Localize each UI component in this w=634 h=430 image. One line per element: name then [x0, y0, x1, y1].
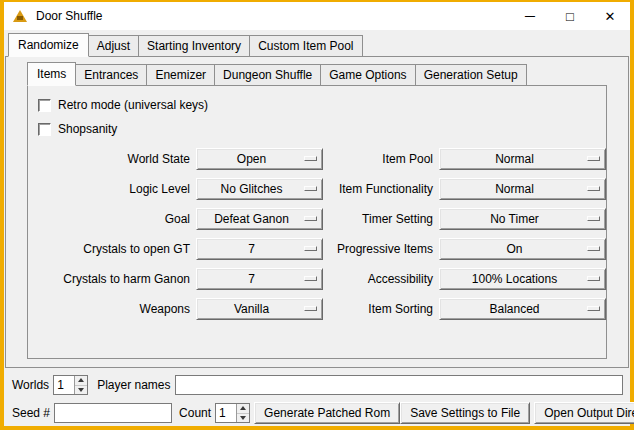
dropdown-indicator-icon	[304, 156, 317, 161]
timer-setting-dropdown[interactable]: No Timer	[439, 208, 606, 230]
dropdown-value: Normal	[495, 182, 550, 196]
goal-dropdown[interactable]: Defeat Ganon	[196, 208, 323, 230]
dropdown-value: Balanced	[489, 302, 555, 316]
accessibility-dropdown[interactable]: 100% Locations	[439, 268, 606, 290]
player-names-input[interactable]	[175, 375, 624, 395]
tab-randomize[interactable]: Randomize	[8, 33, 89, 57]
worlds-spinner[interactable]: 1	[53, 375, 88, 395]
maximize-button[interactable]: □	[550, 2, 590, 30]
dropdown-indicator-icon	[304, 276, 317, 281]
count-spinner-arrows	[236, 404, 249, 422]
dropdown-value: Defeat Ganon	[214, 212, 305, 226]
logic-level-dropdown[interactable]: No Glitches	[196, 178, 323, 200]
app-icon	[12, 8, 28, 24]
crystals-open-gt-label: Crystals to open GT	[40, 242, 190, 256]
options-grid: World State Open Item Pool Normal Logic …	[40, 148, 600, 320]
tab-enemizer[interactable]: Enemizer	[146, 64, 215, 85]
dropdown-value: No Timer	[490, 212, 555, 226]
save-settings-button[interactable]: Save Settings to File	[400, 402, 530, 424]
bottom-bar: Worlds 1 Player names Seed # Count 1	[4, 368, 630, 426]
crystals-harm-ganon-label: Crystals to harm Ganon	[40, 272, 190, 286]
tab-generation-setup[interactable]: Generation Setup	[415, 64, 527, 85]
crystals-open-gt-dropdown[interactable]: 7	[196, 238, 323, 260]
close-button[interactable]: ✕	[590, 2, 630, 30]
titlebar: Door Shuffle ─ □ ✕	[4, 2, 630, 30]
dropdown-indicator-icon	[304, 216, 317, 221]
accessibility-label: Accessibility	[329, 272, 433, 286]
logic-level-label: Logic Level	[40, 182, 190, 196]
progressive-items-label: Progressive Items	[329, 242, 433, 256]
worlds-row: Worlds 1 Player names	[12, 373, 624, 397]
player-names-label: Player names	[97, 378, 170, 392]
dropdown-value: 100% Locations	[472, 272, 573, 286]
close-icon: ✕	[605, 10, 616, 23]
dropdown-value: Normal	[495, 152, 550, 166]
window-controls: ─ □ ✕	[510, 2, 630, 30]
dropdown-indicator-icon	[587, 186, 600, 191]
retro-mode-row: Retro mode (universal keys)	[38, 93, 600, 117]
shopsanity-checkbox[interactable]	[38, 123, 51, 136]
item-sorting-label: Item Sorting	[329, 302, 433, 316]
maximize-icon: □	[566, 10, 574, 23]
tab-custom-item-pool[interactable]: Custom Item Pool	[249, 35, 362, 56]
timer-setting-label: Timer Setting	[329, 212, 433, 226]
dropdown-value: Open	[237, 152, 282, 166]
count-spinner[interactable]: 1	[215, 403, 250, 423]
weapons-dropdown[interactable]: Vanilla	[196, 298, 323, 320]
dropdown-indicator-icon	[587, 306, 600, 311]
spinner-down-icon[interactable]	[237, 414, 249, 423]
progressive-items-dropdown[interactable]: On	[439, 238, 606, 260]
item-sorting-dropdown[interactable]: Balanced	[439, 298, 606, 320]
minimize-button[interactable]: ─	[510, 2, 550, 30]
goal-label: Goal	[40, 212, 190, 226]
dropdown-indicator-icon	[304, 186, 317, 191]
inner-tab-bar: Items Entrances Enemizer Dungeon Shuffle…	[27, 62, 628, 85]
dropdown-value: No Glitches	[220, 182, 298, 196]
dropdown-indicator-icon	[304, 246, 317, 251]
spinner-up-icon[interactable]	[237, 404, 249, 414]
dropdown-indicator-icon	[587, 246, 600, 251]
tab-game-options[interactable]: Game Options	[320, 64, 415, 85]
spinner-down-icon[interactable]	[75, 386, 87, 395]
outer-tab-bar: Randomize Adjust Starting Inventory Cust…	[8, 33, 630, 56]
dropdown-value: On	[506, 242, 538, 256]
shopsanity-label: Shopsanity	[58, 122, 117, 136]
retro-mode-label: Retro mode (universal keys)	[58, 98, 208, 112]
dropdown-indicator-icon	[587, 216, 600, 221]
items-panel: Retro mode (universal keys) Shopsanity W…	[27, 85, 607, 359]
triforce-icon	[13, 10, 27, 22]
tab-dungeon-shuffle[interactable]: Dungeon Shuffle	[214, 64, 321, 85]
item-functionality-dropdown[interactable]: Normal	[439, 178, 606, 200]
open-output-button[interactable]: Open Output Directory	[534, 402, 634, 424]
worlds-label: Worlds	[12, 378, 49, 392]
count-label: Count	[179, 406, 211, 420]
item-pool-label: Item Pool	[329, 152, 433, 166]
shopsanity-row: Shopsanity	[38, 117, 600, 141]
dropdown-indicator-icon	[587, 156, 600, 161]
tab-adjust[interactable]: Adjust	[88, 35, 139, 56]
minimize-icon: ─	[525, 9, 535, 23]
item-pool-dropdown[interactable]: Normal	[439, 148, 606, 170]
tab-items[interactable]: Items	[27, 62, 76, 86]
tab-starting-inventory[interactable]: Starting Inventory	[138, 35, 250, 56]
seed-input[interactable]	[54, 403, 172, 423]
worlds-value: 1	[54, 376, 74, 394]
dropdown-value: Vanilla	[234, 302, 285, 316]
randomize-panel: Items Entrances Enemizer Dungeon Shuffle…	[5, 56, 629, 368]
window: Door Shuffle ─ □ ✕ Randomize Adjust Star…	[0, 0, 634, 430]
seed-row: Seed # Count 1 Generate Patched Rom Save…	[12, 400, 624, 426]
generate-button[interactable]: Generate Patched Rom	[254, 402, 400, 424]
dropdown-indicator-icon	[587, 276, 600, 281]
crystals-harm-ganon-dropdown[interactable]: 7	[196, 268, 323, 290]
tab-entrances[interactable]: Entrances	[75, 64, 147, 85]
worlds-spinner-arrows	[74, 376, 87, 394]
world-state-dropdown[interactable]: Open	[196, 148, 323, 170]
retro-mode-checkbox[interactable]	[38, 99, 51, 112]
weapons-label: Weapons	[40, 302, 190, 316]
count-value: 1	[216, 404, 236, 422]
item-functionality-label: Item Functionality	[329, 182, 433, 196]
dropdown-indicator-icon	[304, 306, 317, 311]
dropdown-value: 7	[248, 272, 271, 286]
window-title: Door Shuffle	[36, 9, 510, 23]
spinner-up-icon[interactable]	[75, 376, 87, 386]
